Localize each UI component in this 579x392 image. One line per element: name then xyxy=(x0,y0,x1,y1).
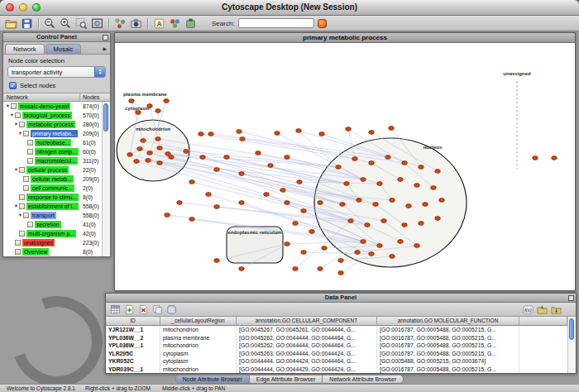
network-node[interactable] xyxy=(169,155,175,160)
tab-network-attribute-browser[interactable]: Network Attribute Browser xyxy=(322,375,404,384)
network-node[interactable] xyxy=(157,161,163,165)
network-node[interactable] xyxy=(318,267,323,271)
network-node[interactable] xyxy=(157,146,163,151)
network-node[interactable] xyxy=(355,251,361,255)
tree-item[interactable]: cell communic...2(0) xyxy=(3,184,110,193)
network-node[interactable] xyxy=(275,131,280,136)
network-node[interactable] xyxy=(356,198,362,203)
tree-item[interactable]: ▼metabolic process280(0) xyxy=(3,120,110,129)
tree-item[interactable]: cellular metab...209(0) xyxy=(3,174,110,184)
zoom-out-icon[interactable] xyxy=(44,17,56,30)
network-node[interactable] xyxy=(533,156,538,160)
save-attribute-file-icon[interactable] xyxy=(551,304,562,315)
network-node[interactable] xyxy=(414,244,420,248)
network-node[interactable] xyxy=(419,165,424,170)
network-node[interactable] xyxy=(390,198,395,203)
network-node[interactable] xyxy=(177,201,183,205)
column-header[interactable]: annotation.GO CELLULAR_COMPONENT xyxy=(237,317,377,326)
network-node[interactable] xyxy=(134,160,140,164)
tree-expander-icon[interactable]: ▼ xyxy=(13,165,19,174)
network-node[interactable] xyxy=(377,182,383,186)
network-node[interactable] xyxy=(199,132,204,136)
network-node[interactable] xyxy=(147,151,153,155)
network-node[interactable] xyxy=(164,99,170,103)
network-node[interactable] xyxy=(338,271,344,275)
network-node[interactable] xyxy=(389,127,395,131)
table-row[interactable]: YPL036W__2plasma membrane[GO:0045262, GO… xyxy=(106,334,576,342)
minimize-window-button[interactable] xyxy=(19,3,27,12)
network-node[interactable] xyxy=(268,164,274,168)
network-node[interactable] xyxy=(156,137,161,141)
network-node[interactable] xyxy=(381,219,387,223)
import-attributes-icon[interactable] xyxy=(166,304,177,315)
zoom-fit-icon[interactable] xyxy=(91,17,103,30)
network-node[interactable] xyxy=(256,151,261,155)
network-node[interactable] xyxy=(552,156,557,160)
network-node[interactable] xyxy=(239,267,245,271)
tree-expander-icon[interactable]: ▼ xyxy=(13,120,19,129)
network-node[interactable] xyxy=(369,161,375,165)
tree-item[interactable]: ▼transport558(0) xyxy=(3,211,110,220)
tree-expander-icon[interactable]: ▼ xyxy=(17,211,23,220)
tab-network[interactable]: Network xyxy=(5,44,45,54)
tree-header-nodes[interactable]: Nodes xyxy=(80,93,110,101)
network-node[interactable] xyxy=(296,129,302,133)
network-node[interactable] xyxy=(352,157,358,161)
network-node[interactable] xyxy=(239,201,245,205)
tab-overflow-button[interactable]: ▶ xyxy=(101,44,108,54)
delete-attribute-icon[interactable] xyxy=(138,304,149,315)
tree-header-network[interactable]: Network xyxy=(3,93,80,101)
network-edge[interactable] xyxy=(150,153,342,204)
create-attribute-icon[interactable] xyxy=(124,304,135,315)
zoom-window-button[interactable] xyxy=(32,3,41,12)
tree-item[interactable]: ▼primary metabo...209(0) xyxy=(3,129,110,138)
tree-item[interactable]: multi-organism p...42(0) xyxy=(3,229,110,238)
vizmapper-icon[interactable] xyxy=(169,17,181,30)
table-scrollbar[interactable] xyxy=(567,317,576,373)
column-header[interactable]: _cellularLayoutRegion xyxy=(160,317,237,326)
network-node[interactable] xyxy=(141,139,146,143)
network-node[interactable] xyxy=(361,240,366,244)
tree-scrollbar-thumb[interactable] xyxy=(103,103,108,131)
network-node[interactable] xyxy=(146,159,151,163)
tree-item[interactable]: nitrogen comp...60(0) xyxy=(3,147,110,156)
network-node[interactable] xyxy=(189,180,195,184)
network-node[interactable] xyxy=(156,109,161,113)
tree-item[interactable]: unassigned223(0) xyxy=(3,238,110,247)
network-node[interactable] xyxy=(285,242,290,246)
select-nodes-checkbox[interactable] xyxy=(9,82,17,89)
search-options-button[interactable] xyxy=(318,19,327,28)
table-row[interactable]: YPL036W__1mitochondrion[GO:0045262, GO:0… xyxy=(106,342,576,350)
first-neighbors-icon[interactable] xyxy=(114,17,127,30)
network-node[interactable] xyxy=(129,99,135,103)
network-node[interactable] xyxy=(338,259,344,263)
tree-item[interactable]: ▼biological_process570(0) xyxy=(3,111,110,120)
zoom-selected-icon[interactable] xyxy=(75,17,88,30)
network-node[interactable] xyxy=(137,147,143,151)
network-node[interactable] xyxy=(165,213,170,218)
data-panel-float-button[interactable] xyxy=(568,295,574,301)
annotation-icon[interactable]: A xyxy=(153,17,165,30)
network-node[interactable] xyxy=(435,217,441,221)
tree-item[interactable]: ▼cellular process22(0) xyxy=(3,165,110,174)
network-node[interactable] xyxy=(336,165,342,170)
network-node[interactable] xyxy=(200,155,206,160)
network-node[interactable] xyxy=(285,201,290,205)
tree-item[interactable]: macromolecul...311(0) xyxy=(3,156,110,165)
network-node[interactable] xyxy=(208,132,214,136)
network-node[interactable] xyxy=(402,161,408,165)
window-titlebar[interactable]: Cytoscape Desktop (New Session) xyxy=(0,0,579,16)
select-attributes-icon[interactable] xyxy=(110,304,121,315)
network-node[interactable] xyxy=(309,230,315,234)
network-node[interactable] xyxy=(348,219,354,223)
network-node[interactable] xyxy=(239,172,245,176)
network-node[interactable] xyxy=(293,267,299,271)
tree-expander-icon[interactable]: ▼ xyxy=(5,102,11,111)
network-node[interactable] xyxy=(373,203,379,207)
network-node[interactable] xyxy=(344,182,350,186)
network-node[interactable] xyxy=(301,251,307,255)
network-node[interactable] xyxy=(127,153,133,157)
network-node[interactable] xyxy=(297,180,303,184)
network-node[interactable] xyxy=(214,168,220,172)
network-node[interactable] xyxy=(398,178,404,182)
